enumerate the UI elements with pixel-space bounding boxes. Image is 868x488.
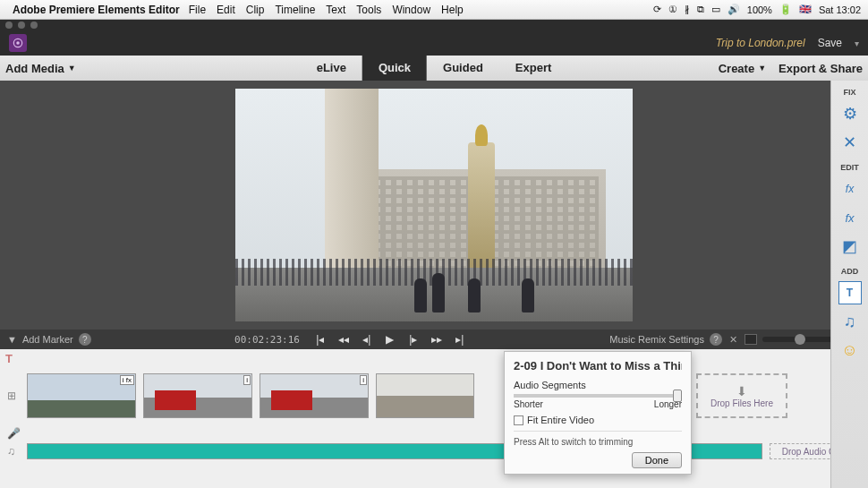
remix-settings-label: Music Remix Settings [609, 334, 704, 345]
trim-hint: Press Alt to switch to trimming [514, 431, 682, 447]
clip-1[interactable]: i fx [27, 373, 136, 418]
preview-stage [0, 81, 868, 330]
minimize-icon[interactable] [18, 21, 25, 29]
project-name: Trip to London.prel [716, 37, 805, 49]
help-icon[interactable]: ? [79, 333, 91, 346]
audio-segments-label: Audio Segments [514, 380, 682, 390]
help-icon[interactable]: ? [710, 333, 722, 346]
tab-elive[interactable]: eLive [301, 56, 362, 81]
drop-files-label: Drop Files Here [711, 398, 773, 408]
clock[interactable]: Sat 13:02 [819, 4, 861, 15]
marker-chevron-icon[interactable]: ▼ [7, 334, 17, 345]
menu-timeline[interactable]: Timeline [275, 4, 315, 16]
playback-controls: ▼ Add Marker ? 00:02:23:16 |◂ ◂◂ ◂| ▶ |▸… [0, 330, 868, 349]
battery-percent[interactable]: 100% [747, 4, 772, 15]
app-name[interactable]: Adobe Premiere Elements Editor [13, 4, 180, 16]
wifi-icon[interactable]: ⧉ [697, 4, 704, 15]
step-fwd-icon[interactable]: |▸ [407, 333, 420, 346]
rail-edit-label: EDIT [840, 163, 859, 172]
airplay-icon[interactable]: ▭ [711, 4, 720, 15]
clip-2[interactable]: i [143, 373, 252, 418]
slider-shorter-label: Shorter [514, 399, 543, 409]
create-button[interactable]: Create ▼ [719, 62, 766, 75]
chevron-down-icon: ▼ [68, 64, 76, 73]
fit-video-label: Fit Entire Video [527, 415, 594, 425]
tools-icon[interactable]: ✕ [838, 131, 862, 154]
goto-end-icon[interactable]: ▸| [454, 333, 466, 346]
timecode[interactable]: 00:02:23:16 [234, 334, 300, 346]
audio-icon[interactable]: ♫ [838, 310, 862, 333]
clip-badge: i [360, 375, 367, 385]
video-track-icon[interactable]: ⊞ [7, 390, 20, 402]
zoom-icon[interactable] [30, 21, 38, 29]
music-icon[interactable]: ♫ [7, 445, 20, 458]
tab-guided[interactable]: Guided [427, 56, 499, 81]
menu-help[interactable]: Help [441, 4, 464, 16]
clip-3[interactable]: i [260, 373, 369, 418]
titles-icon[interactable]: T [838, 281, 862, 304]
menu-clip[interactable]: Clip [246, 4, 265, 16]
remix-track-title: 2-09 I Don't Want to Miss a Thing [514, 359, 682, 372]
video-preview[interactable] [235, 89, 633, 321]
close-icon[interactable] [5, 21, 13, 29]
timeline: T ⊞ i fx i i ⬇ Drop Files Here 🎤 ♫ [0, 349, 868, 488]
next-clip-icon[interactable]: ▸▸ [430, 333, 443, 346]
window-controls [0, 20, 868, 30]
add-marker-button[interactable]: Add Marker [22, 334, 73, 345]
collapse-icon[interactable]: ▾ [855, 39, 859, 48]
mode-bar: Add Media ▼ eLive Quick Guided Expert Cr… [0, 56, 868, 81]
music-remix-panel: 2-09 I Don't Want to Miss a Thing Audio … [504, 351, 692, 475]
menu-file[interactable]: File [189, 4, 206, 16]
flag-icon[interactable]: 🇬🇧 [799, 4, 812, 15]
tab-quick[interactable]: Quick [362, 56, 427, 81]
chevron-down-icon: ▼ [758, 64, 766, 73]
segments-slider[interactable] [514, 394, 682, 398]
export-share-button[interactable]: Export & Share [779, 62, 863, 75]
rail-add-label: ADD [841, 267, 859, 276]
checkbox-icon [514, 415, 523, 425]
battery-icon[interactable]: 🔋 [779, 4, 792, 15]
add-media-label: Add Media [5, 62, 64, 75]
right-rail: FIX ⚙ ✕ EDIT fx fx ◩ ADD T ♫ ☺ [830, 81, 868, 488]
prev-clip-icon[interactable]: ◂◂ [337, 333, 350, 346]
done-button[interactable]: Done [632, 452, 682, 468]
goto-start-icon[interactable]: |◂ [314, 333, 327, 346]
close-panel-icon[interactable]: ✕ [729, 334, 737, 346]
menu-text[interactable]: Text [326, 4, 345, 16]
text-track-icon[interactable]: T [5, 352, 13, 365]
app-logo-icon [9, 34, 27, 52]
mac-menubar: Adobe Premiere Elements Editor File Edit… [0, 0, 868, 20]
sync-icon[interactable]: ⟳ [653, 4, 661, 15]
mic-icon[interactable]: 🎤 [7, 427, 20, 440]
app-title-bar: Trip to London.prel Save ▾ [0, 30, 868, 56]
transitions-icon[interactable]: ◩ [838, 235, 862, 258]
bluetooth-icon[interactable]: ∦ [685, 4, 690, 15]
volume-icon[interactable]: 🔊 [728, 4, 740, 15]
download-arrow-icon: ⬇ [736, 384, 747, 398]
graphics-icon[interactable]: ☺ [838, 338, 862, 362]
tab-expert[interactable]: Expert [499, 56, 567, 81]
clip-badge: i fx [120, 375, 134, 385]
rail-fix-label: FIX [843, 88, 855, 97]
fit-video-checkbox[interactable]: Fit Entire Video [514, 415, 682, 425]
step-back-icon[interactable]: ◂| [361, 333, 373, 346]
zoom-out-icon[interactable] [745, 334, 757, 345]
add-media-button[interactable]: Add Media ▼ [5, 62, 76, 75]
fx-icon[interactable]: fx [838, 206, 862, 229]
drop-files-zone[interactable]: ⬇ Drop Files Here [696, 373, 787, 418]
updates-icon[interactable]: ① [668, 4, 677, 15]
clip-badge: i [243, 375, 251, 385]
svg-point-1 [16, 41, 20, 45]
play-icon[interactable]: ▶ [384, 333, 396, 346]
menu-window[interactable]: Window [392, 4, 430, 16]
fx-pen-icon[interactable]: fx [838, 177, 862, 201]
save-button[interactable]: Save [818, 37, 842, 49]
clip-4[interactable] [376, 373, 474, 418]
menu-edit[interactable]: Edit [217, 4, 235, 16]
create-label: Create [719, 62, 754, 75]
menu-tools[interactable]: Tools [356, 4, 381, 16]
adjust-icon[interactable]: ⚙ [838, 102, 862, 125]
